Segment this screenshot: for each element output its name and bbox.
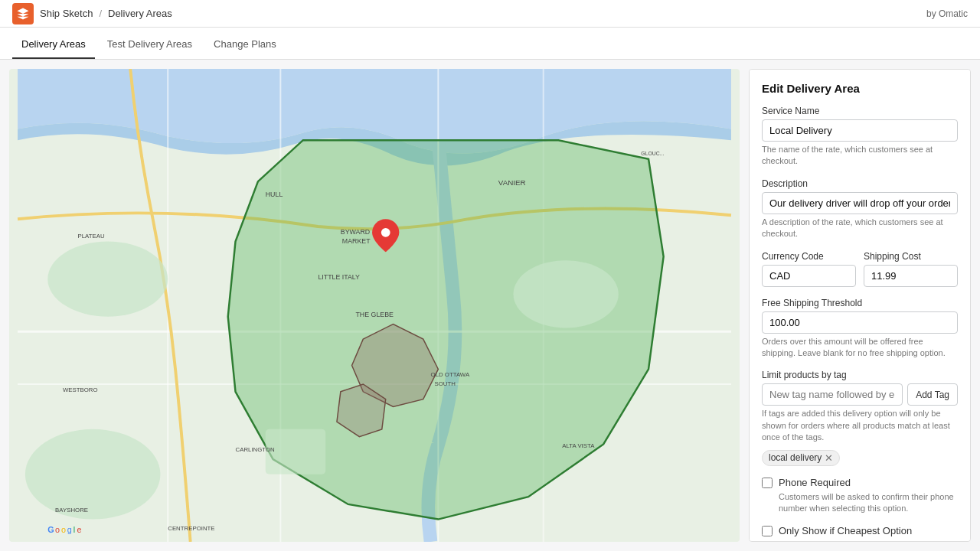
add-tag-button[interactable]: Add Tag	[907, 383, 958, 406]
topbar-left: Ship Sketch / Delivery Areas	[12, 3, 172, 24]
svg-text:PLATEAU: PLATEAU	[78, 233, 105, 240]
page-title-breadcrumb: Delivery Areas	[108, 8, 172, 19]
svg-text:e: e	[77, 525, 82, 534]
svg-text:MARKET: MARKET	[342, 237, 371, 245]
svg-text:CENTREPOINTE: CENTREPOINTE	[168, 525, 214, 532]
svg-text:THE GLEBE: THE GLEBE	[355, 311, 394, 318]
svg-text:CARLINGTON: CARLINGTON	[236, 446, 276, 453]
svg-text:l: l	[74, 525, 75, 534]
map-svg: VANIER HULL BYWARD MARKET PLATEAU THE GL…	[9, 69, 740, 542]
svg-point-14	[381, 228, 390, 237]
svg-text:g: g	[67, 525, 72, 534]
description-input[interactable]	[762, 192, 958, 214]
shipping-cost-label: Shipping Cost	[864, 251, 958, 262]
map-container[interactable]: VANIER HULL BYWARD MARKET PLATEAU THE GL…	[9, 69, 740, 542]
app-name: Ship Sketch	[40, 8, 93, 19]
svg-text:VANIER: VANIER	[498, 178, 526, 187]
svg-text:o: o	[61, 525, 66, 534]
limit-products-hint: If tags are added this delivery option w…	[762, 408, 958, 443]
description-hint: A description of the rate, which custome…	[762, 217, 958, 240]
currency-code-input[interactable]	[762, 265, 856, 287]
service-name-field: Service Name The name of the rate, which…	[762, 106, 958, 168]
phone-required-group: Phone Required Customers will be asked t…	[762, 477, 958, 515]
phone-required-row: Phone Required	[762, 477, 958, 488]
svg-point-11	[25, 429, 161, 520]
limit-products-label: Limit products by tag	[762, 370, 958, 380]
svg-point-12	[513, 260, 618, 328]
cheapest-only-checkbox[interactable]	[762, 526, 773, 536]
svg-text:LITTLE ITALY: LITTLE ITALY	[318, 273, 360, 281]
svg-text:SOUTH: SOUTH	[434, 380, 456, 387]
svg-text:OLD OTTAWA: OLD OTTAWA	[431, 371, 470, 378]
svg-text:WESTBORO: WESTBORO	[63, 386, 98, 393]
svg-point-10	[47, 242, 168, 317]
edit-panel: Edit Delivery Area Service Name The name…	[749, 69, 971, 542]
topbar: Ship Sketch / Delivery Areas by Omatic	[0, 0, 980, 28]
shipping-cost-field: Shipping Cost	[864, 251, 958, 287]
svg-text:o: o	[55, 525, 60, 534]
nav-tabs: Delivery Areas Test Delivery Areas Chang…	[0, 28, 980, 60]
svg-text:BYWARD: BYWARD	[341, 228, 370, 236]
cheapest-only-row: Only Show if Cheapest Option	[762, 525, 958, 536]
cheapest-only-hint: If a customer is in multiple delivery ar…	[779, 540, 958, 542]
svg-text:GLOUC...: GLOUC...	[641, 151, 664, 156]
free-shipping-input[interactable]	[762, 311, 958, 334]
app-logo	[12, 3, 34, 24]
tag-remove-button[interactable]: ✕	[825, 452, 833, 464]
tag-local-delivery: local delivery ✕	[762, 450, 840, 466]
main-content: VANIER HULL BYWARD MARKET PLATEAU THE GL…	[0, 60, 980, 551]
map-placeholder: VANIER HULL BYWARD MARKET PLATEAU THE GL…	[9, 69, 740, 542]
service-name-input[interactable]	[762, 119, 958, 142]
panel-title: Edit Delivery Area	[762, 82, 958, 95]
currency-shipping-row: Currency Code Shipping Cost	[762, 251, 958, 298]
currency-code-field: Currency Code	[762, 251, 856, 287]
tag-input-row: Add Tag	[762, 383, 958, 406]
shipping-cost-input[interactable]	[864, 265, 958, 287]
free-shipping-label: Free Shipping Threshold	[762, 298, 958, 308]
phone-required-checkbox[interactable]	[762, 478, 773, 488]
currency-code-label: Currency Code	[762, 251, 856, 262]
description-field: Description A description of the rate, w…	[762, 178, 958, 240]
svg-text:HULL: HULL	[266, 191, 283, 198]
tag-label: local delivery	[769, 452, 822, 463]
svg-text:BAYSHORE: BAYSHORE	[55, 507, 88, 514]
limit-products-field: Limit products by tag Add Tag If tags ar…	[762, 370, 958, 465]
cheapest-only-group: Only Show if Cheapest Option If a custom…	[762, 525, 958, 542]
logo-icon	[16, 7, 30, 21]
tags-area: local delivery ✕	[762, 450, 958, 466]
free-shipping-hint: Orders over this amount will be offered …	[762, 336, 958, 360]
breadcrumb-separator: /	[99, 8, 102, 19]
svg-text:ALTA VISTA: ALTA VISTA	[562, 442, 595, 449]
phone-required-label[interactable]: Phone Required	[779, 477, 851, 488]
free-shipping-field: Free Shipping Threshold Orders over this…	[762, 298, 958, 360]
phone-required-hint: Customers will be asked to confirm their…	[779, 491, 958, 515]
tab-change-plans[interactable]: Change Plans	[204, 31, 286, 59]
tab-delivery-areas[interactable]: Delivery Areas	[12, 31, 95, 59]
description-label: Description	[762, 178, 958, 189]
service-name-label: Service Name	[762, 106, 958, 116]
cheapest-only-label[interactable]: Only Show if Cheapest Option	[779, 525, 912, 536]
svg-text:G: G	[47, 525, 54, 534]
topbar-byline: by Omatic	[926, 8, 968, 19]
tab-test-delivery-areas[interactable]: Test Delivery Areas	[98, 31, 201, 59]
tag-input[interactable]	[762, 383, 903, 406]
service-name-hint: The name of the rate, which customers se…	[762, 144, 958, 168]
